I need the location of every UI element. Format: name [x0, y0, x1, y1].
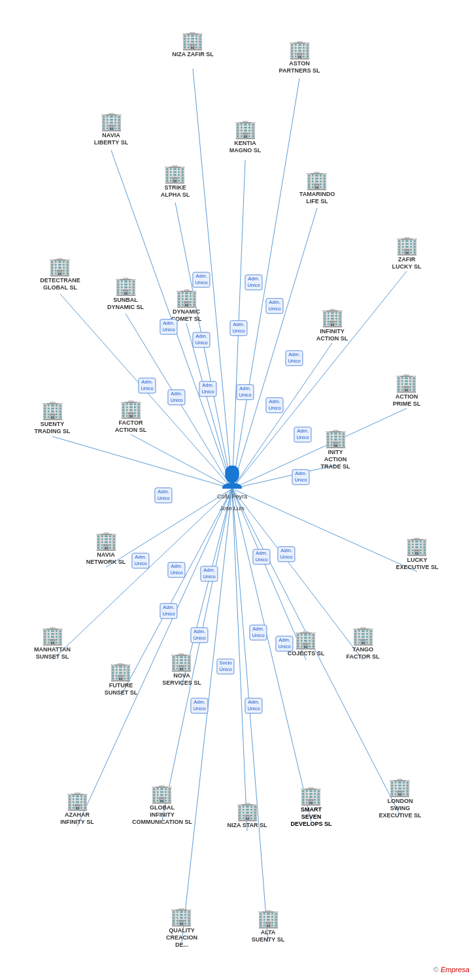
company-label: KENTIA MAGNO SL — [230, 140, 262, 154]
building-icon: 🏢 — [86, 532, 126, 550]
company-node-niza_star[interactable]: 🏢NIZA STAR SL — [228, 802, 267, 829]
adm-badge-25[interactable]: Adm. Unico — [245, 698, 262, 713]
company-node-kentia_magno[interactable]: 🏢KENTIA MAGNO SL — [230, 120, 262, 154]
building-icon: 🏢 — [228, 802, 267, 821]
company-node-aston_partners[interactable]: 🏢ASTON PARTNERS SL — [279, 41, 320, 74]
company-node-niza_zafir[interactable]: 🏢NIZA ZAFIR SL — [172, 31, 214, 58]
adm-badge-19[interactable]: Adm. Unico — [277, 546, 295, 562]
building-icon: 🏢 — [379, 778, 421, 796]
company-node-navia_liberty[interactable]: 🏢NAVIA LIBERTY SL — [94, 112, 128, 146]
adm-badge-17[interactable]: Adm. Unico — [200, 566, 218, 581]
company-label: GLOBAL INFINITY COMMUNICATION SL — [132, 804, 192, 825]
adm-badge-22[interactable]: Adm. Unico — [249, 625, 267, 640]
company-node-future_sunset[interactable]: 🏢FUTURE SUNSET SL — [105, 662, 138, 696]
adm-badge-8[interactable]: Adm. Unico — [167, 389, 185, 405]
company-node-detectrane_global[interactable]: 🏢DETECTRANE GLOBAL SL — [40, 257, 80, 291]
adm-badge-12[interactable]: Adm. Unico — [294, 427, 311, 442]
copyright: © Empresa — [434, 966, 469, 973]
company-label: FUTURE SUNSET SL — [105, 682, 138, 696]
adm-badge-10[interactable]: Adm. Unico — [236, 384, 254, 400]
adm-badge-20[interactable]: Adm. Unico — [160, 603, 177, 619]
company-label: INFINITY ACTION SL — [316, 328, 348, 342]
adm-badge-1[interactable]: Adm. Unico — [245, 274, 262, 290]
company-node-alta_suenty[interactable]: 🏢ALTA SUENTY SL — [252, 909, 284, 943]
building-icon: 🏢 — [396, 537, 438, 555]
svg-line-24 — [232, 489, 247, 831]
building-icon: 🏢 — [132, 785, 192, 803]
adm-badge-14[interactable]: Adm. Unico — [154, 487, 172, 503]
person-label: Colls Peyra Jose Luis — [217, 493, 247, 512]
company-node-quality_creacion[interactable]: 🏢QUALITY CREACION DE... — [166, 907, 197, 948]
adm-badge-18[interactable]: Adm. Unico — [252, 549, 270, 564]
company-node-navia_network[interactable]: 🏢NAVIA NETWORK SL — [86, 532, 126, 566]
company-node-lucky_executive[interactable]: 🏢LUCKY EXECUTIVE SL — [396, 537, 438, 571]
building-icon: 🏢 — [172, 31, 214, 50]
company-node-factor_action[interactable]: 🏢FACTOR ACTION SL — [115, 400, 147, 434]
company-label: SMART SEVEN DEVELOPS SL — [290, 806, 332, 827]
company-label: TANGO FACTOR SL — [347, 646, 380, 661]
adm-badge-21[interactable]: Adm. Unico — [190, 627, 208, 643]
adm-badge-0[interactable]: Adm. Unico — [192, 272, 210, 287]
company-label: NAVIA NETWORK SL — [86, 551, 126, 566]
adm-badge-2[interactable]: Adm. Unico — [160, 319, 177, 335]
company-node-global_infinity[interactable]: 🏢GLOBAL INFINITY COMMUNICATION SL — [132, 785, 192, 825]
building-icon: 🏢 — [290, 787, 332, 805]
company-node-azahar_infinity[interactable]: 🏢AZAHAR INFINITY SL — [60, 792, 94, 826]
company-label: LUCKY EXECUTIVE SL — [396, 557, 438, 571]
company-label: FACTOR ACTION SL — [115, 419, 147, 434]
company-node-manhattan_sunset[interactable]: 🏢MANHATTAN SUNSET SL — [34, 627, 71, 661]
company-node-london_swing[interactable]: 🏢LONDON SWING EXECUTIVE SL — [379, 778, 421, 819]
company-node-strike_alpha[interactable]: 🏢STRIKE ALPHA SL — [161, 165, 190, 199]
company-node-zafir_lucky[interactable]: 🏢ZAFIR LUCKY SL — [392, 237, 422, 270]
company-node-infinity_action[interactable]: 🏢INFINITY ACTION SL — [316, 308, 348, 342]
adm-badge-24[interactable]: Adm. Unico — [190, 698, 208, 713]
company-node-suenty_trading[interactable]: 🏢SUENTY TRADING SL — [35, 401, 71, 435]
adm-badge-26[interactable]: Socio Único — [216, 659, 234, 674]
building-icon: 🏢 — [60, 792, 94, 810]
adm-badge-16[interactable]: Adm. Unico — [167, 562, 185, 578]
building-icon: 🏢 — [162, 653, 201, 671]
company-label: AZAHAR INFINITY SL — [60, 811, 94, 826]
adm-badge-4[interactable]: Adm. Unico — [230, 320, 247, 336]
adm-badge-7[interactable]: Adm. Unico — [138, 378, 156, 393]
company-node-tango_factor[interactable]: 🏢TANGO FACTOR SL — [347, 627, 380, 661]
building-icon: 🏢 — [321, 429, 350, 448]
adm-badge-9[interactable]: Adm. Unico — [199, 381, 216, 397]
building-icon: 🏢 — [161, 165, 190, 183]
building-icon: 🏢 — [171, 289, 202, 307]
building-icon: 🏢 — [279, 41, 320, 59]
building-icon: 🏢 — [347, 627, 380, 645]
svg-line-27 — [182, 489, 232, 942]
building-icon: 🏢 — [166, 907, 197, 926]
company-node-dynamic_comet[interactable]: 🏢DYNAMIC COMET SL — [171, 289, 202, 323]
adm-badge-6[interactable]: Adm. Unico — [285, 350, 303, 366]
company-node-tamarindo_life[interactable]: 🏢TAMARINDO LIFE SL — [299, 171, 335, 205]
adm-badge-23[interactable]: Adm. Unico — [275, 636, 293, 651]
company-label: ACTION PRIME SL — [393, 393, 421, 408]
adm-badge-5[interactable]: Adm. Unico — [265, 298, 283, 314]
building-icon: 🏢 — [393, 374, 421, 392]
company-node-smart_seven[interactable]: 🏢SMART SEVEN DEVELOPS SL — [290, 787, 332, 827]
company-label: NIZA ZAFIR SL — [172, 51, 214, 58]
building-icon: 🏢 — [252, 909, 284, 928]
company-label: NIZA STAR SL — [228, 822, 267, 829]
company-node-sunbal_dynamic[interactable]: 🏢SUNBAL DYNAMIC SL — [107, 277, 144, 311]
adm-badge-11[interactable]: Adm. Unico — [265, 397, 283, 413]
company-label: DETECTRANE GLOBAL SL — [40, 277, 80, 291]
company-label: ASTON PARTNERS SL — [279, 60, 320, 74]
company-label: TAMARINDO LIFE SL — [299, 191, 335, 205]
building-icon: 🏢 — [230, 120, 262, 139]
adm-badge-15[interactable]: Adm. Unico — [131, 553, 149, 568]
adm-badge-3[interactable]: Adm. Unico — [192, 332, 210, 348]
adm-badge-13[interactable]: Adm. Unico — [292, 469, 309, 485]
company-node-inity_action_trade[interactable]: 🏢INITY ACTION TRADE SL — [321, 429, 350, 470]
svg-line-9 — [232, 271, 407, 489]
company-node-nova_services[interactable]: 🏢NOVA SERVICES SL — [162, 653, 201, 687]
building-icon: 🏢 — [105, 662, 138, 681]
svg-line-5 — [232, 208, 317, 489]
person-icon: 👤 — [217, 465, 247, 489]
company-label: SUENTY TRADING SL — [35, 421, 71, 435]
company-node-action_prime[interactable]: 🏢ACTION PRIME SL — [393, 374, 421, 408]
company-label: QUALITY CREACION DE... — [166, 927, 197, 948]
building-icon: 🏢 — [35, 401, 71, 419]
